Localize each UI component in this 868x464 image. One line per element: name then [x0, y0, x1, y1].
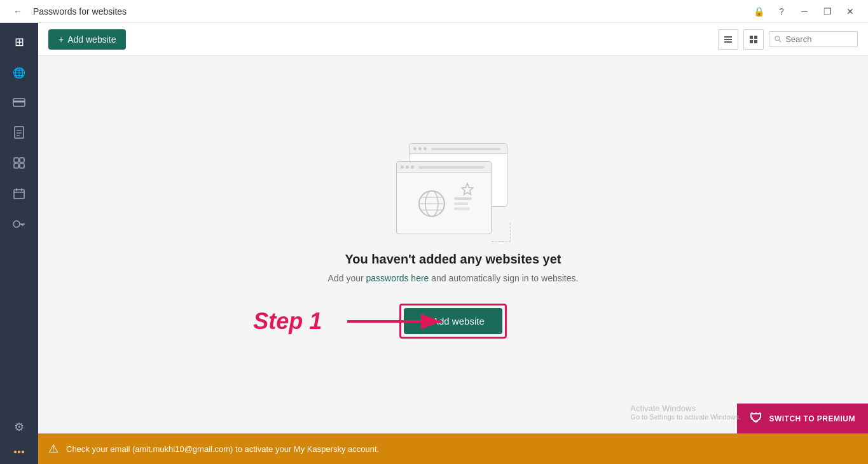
document-icon: [14, 126, 24, 142]
list-view-button[interactable]: [718, 29, 738, 50]
sidebar-item-document[interactable]: [5, 120, 33, 148]
calendar-icon: [13, 188, 25, 202]
svg-rect-18: [724, 36, 732, 38]
empty-subtitle: Add your passwords here and automaticall…: [328, 273, 579, 283]
list-icon: [13, 157, 25, 172]
empty-title: You haven't added any websites yet: [328, 252, 579, 267]
toolbar-right: [718, 29, 858, 50]
step1-annotation: Step 1: [253, 308, 449, 335]
back-button[interactable]: ←: [8, 1, 28, 22]
svg-rect-1: [13, 101, 25, 102]
svg-rect-22: [754, 36, 757, 39]
svg-rect-8: [14, 164, 18, 168]
subtitle-highlight: passwords here: [366, 273, 429, 283]
svg-rect-10: [14, 190, 24, 199]
search-box[interactable]: [769, 31, 858, 47]
svg-line-26: [779, 40, 781, 42]
card-icon: [13, 97, 25, 110]
sidebar: ⊞ 🌐: [0, 23, 38, 464]
svg-rect-9: [20, 164, 24, 168]
close-button[interactable]: ✕: [840, 1, 860, 22]
globe-illustration: [416, 188, 448, 220]
content-area: You haven't added any websites yet Add y…: [38, 56, 868, 464]
minimize-button[interactable]: ─: [794, 1, 815, 22]
notification-message: Check your email (amit.mukhi10@gmail.com…: [66, 444, 379, 454]
sidebar-item-dashboard[interactable]: ⊞: [5, 28, 33, 56]
app-container: ⊞ 🌐: [0, 23, 868, 464]
main-content: + Add website: [38, 23, 868, 464]
add-website-button[interactable]: + Add website: [48, 29, 126, 50]
activate-windows-watermark: Activate Windows Go to Settings to activ…: [630, 404, 741, 421]
svg-rect-2: [15, 127, 24, 138]
sidebar-item-card[interactable]: [5, 89, 33, 117]
svg-point-14: [13, 221, 20, 227]
empty-state: You haven't added any websites yet Add y…: [328, 252, 579, 299]
search-input[interactable]: [785, 34, 852, 44]
sidebar-item-settings[interactable]: ⚙: [5, 413, 33, 441]
page-title: Passwords for websites: [33, 6, 127, 17]
svg-rect-20: [724, 41, 732, 43]
star-illustration: [460, 182, 474, 196]
switch-premium-label: SWITCH TO PREMIUM: [769, 414, 855, 423]
dashboard-icon: ⊞: [15, 35, 24, 49]
svg-point-25: [775, 36, 780, 41]
grid-view-button[interactable]: [743, 29, 764, 50]
svg-rect-19: [724, 39, 732, 40]
help-button[interactable]: ?: [771, 1, 792, 22]
illustration: [396, 143, 511, 242]
svg-marker-32: [462, 183, 473, 195]
svg-rect-21: [750, 36, 753, 39]
sidebar-item-calendar[interactable]: [5, 181, 33, 209]
svg-rect-6: [14, 158, 18, 162]
plus-icon: +: [59, 34, 64, 45]
step1-label: Step 1: [253, 308, 322, 335]
sidebar-item-globe[interactable]: 🌐: [5, 59, 33, 87]
key-icon: [13, 219, 25, 232]
shield-icon: 🛡: [750, 411, 762, 426]
bottom-notification-bar: ⚠ Check your email (amit.mukhi10@gmail.c…: [38, 433, 868, 464]
toolbar: + Add website: [38, 23, 868, 56]
arrow-icon: [347, 309, 449, 334]
title-bar: ← Passwords for websites 🔒 ? ─ ❐ ✕: [0, 0, 868, 23]
lock-icon-btn[interactable]: 🔒: [748, 1, 769, 22]
sidebar-item-key[interactable]: [5, 211, 33, 239]
restore-button[interactable]: ❐: [817, 1, 837, 22]
switch-premium-button[interactable]: 🛡 SWITCH TO PREMIUM: [737, 404, 868, 433]
svg-rect-24: [754, 40, 757, 43]
window-controls: 🔒 ? ─ ❐ ✕: [748, 1, 860, 22]
search-icon: [775, 35, 782, 43]
sidebar-notification-dot: ●●●: [11, 444, 27, 459]
settings-icon: ⚙: [14, 420, 24, 434]
svg-rect-7: [20, 158, 24, 162]
warning-icon: ⚠: [48, 442, 59, 456]
cta-container: Step 1 + Add websit: [399, 304, 506, 339]
svg-rect-23: [750, 40, 753, 43]
sidebar-item-list[interactable]: [5, 150, 33, 178]
globe-icon: 🌐: [13, 67, 25, 79]
